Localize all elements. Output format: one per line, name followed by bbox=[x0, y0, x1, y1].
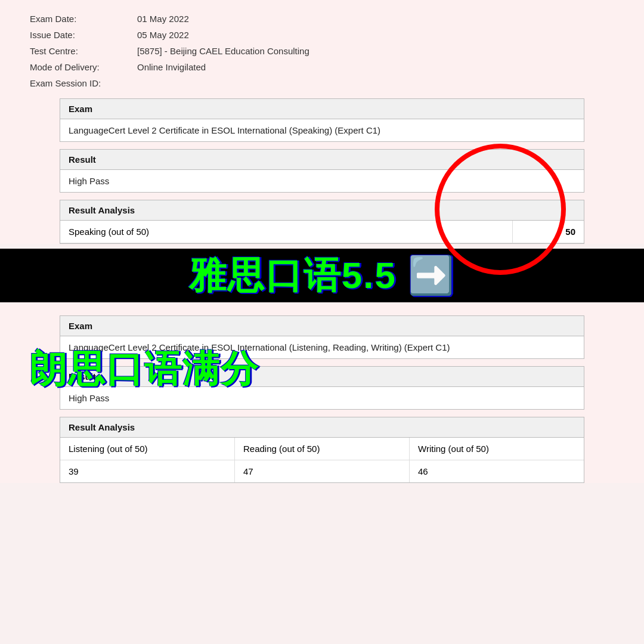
issue-date-label: Issue Date: bbox=[30, 30, 137, 40]
reading-label: Reading (out of 50) bbox=[235, 438, 410, 460]
writing-score: 46 bbox=[410, 460, 584, 482]
speaking-label: Speaking (out of 50) bbox=[60, 221, 512, 243]
session-row: Exam Session ID: bbox=[30, 75, 614, 91]
writing-label: Writing (out of 50) bbox=[410, 438, 584, 460]
analysis-scores-row: 39 47 46 bbox=[60, 460, 584, 482]
speaking-score: 50 bbox=[512, 221, 584, 243]
bottom-result-header: Result bbox=[60, 367, 584, 387]
bottom-exam-table: Exam LanguageCert Level 2 Certificate in… bbox=[60, 315, 584, 359]
test-centre-label: Test Centre: bbox=[30, 46, 137, 56]
test-centre-row: Test Centre: [5875] - Beijing CAEL Educa… bbox=[30, 43, 614, 59]
exam-date-row: Exam Date: 01 May 2022 bbox=[30, 11, 614, 27]
mode-value: Online Invigilated bbox=[137, 62, 206, 72]
mode-row: Mode of Delivery: Online Invigilated bbox=[30, 59, 614, 75]
top-result-value: High Pass bbox=[60, 170, 584, 192]
bottom-analysis-table: Result Analysis Listening (out of 50) Re… bbox=[60, 417, 584, 483]
top-analysis-header: Result Analysis bbox=[60, 200, 584, 221]
top-exam-table: Exam LanguageCert Level 2 Certificate in… bbox=[60, 98, 584, 142]
banner-combined: 雅思口语5.5 ➡️ bbox=[189, 250, 455, 301]
top-result-header: Result bbox=[60, 150, 584, 170]
bottom-result-value: High Pass bbox=[60, 387, 584, 409]
session-label: Exam Session ID: bbox=[30, 78, 137, 88]
test-centre-value: [5875] - Beijing CAEL Education Consulti… bbox=[137, 46, 309, 56]
issue-date-value: 05 May 2022 bbox=[137, 30, 189, 40]
exam-date-value: 01 May 2022 bbox=[137, 14, 189, 24]
issue-date-row: Issue Date: 05 May 2022 bbox=[30, 27, 614, 43]
bottom-exam-value: LanguageCert Level 2 Certificate in ESOL… bbox=[60, 336, 584, 358]
speaking-row: Speaking (out of 50) 50 bbox=[60, 221, 584, 243]
analysis-labels-row: Listening (out of 50) Reading (out of 50… bbox=[60, 438, 584, 460]
black-banner: 雅思口语5.5 ➡️ bbox=[0, 249, 644, 302]
exam-date-label: Exam Date: bbox=[30, 14, 137, 24]
reading-score: 47 bbox=[235, 460, 410, 482]
top-result-table: Result High Pass bbox=[60, 149, 584, 193]
bottom-result-table: Result High Pass bbox=[60, 366, 584, 410]
top-section: Exam Date: 01 May 2022 Issue Date: 05 Ma… bbox=[0, 0, 644, 244]
listening-score: 39 bbox=[60, 460, 235, 482]
mode-label: Mode of Delivery: bbox=[30, 62, 137, 72]
top-exam-value: LanguageCert Level 2 Certificate in ESOL… bbox=[60, 119, 584, 141]
bottom-section: 朗思口语满分 Exam LanguageCert Level 2 Certifi… bbox=[0, 302, 644, 483]
bottom-analysis-header: Result Analysis bbox=[60, 417, 584, 438]
bottom-exam-header: Exam bbox=[60, 316, 584, 336]
top-analysis-table: Result Analysis Speaking (out of 50) 50 bbox=[60, 200, 584, 244]
listening-label: Listening (out of 50) bbox=[60, 438, 235, 460]
top-exam-header: Exam bbox=[60, 99, 584, 119]
